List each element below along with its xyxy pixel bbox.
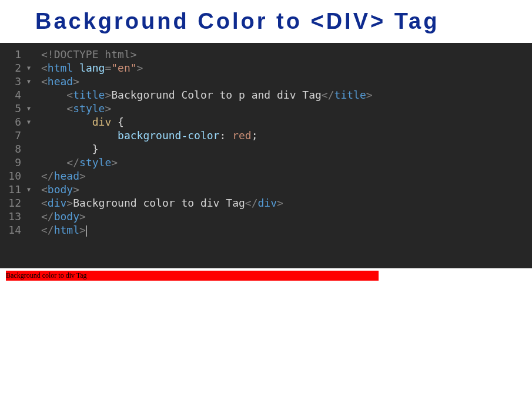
fold-marker[interactable]: ▼ [24, 183, 31, 196]
fold-marker[interactable]: ▼ [24, 102, 31, 115]
line-number: 5 [15, 102, 21, 115]
line-number: 1 [15, 48, 21, 61]
line-number: 3 [15, 75, 21, 88]
line-number: 7 [15, 129, 21, 142]
line-number: 6 [15, 115, 21, 129]
line-number: 9 [15, 156, 21, 169]
page-title: Background Color to <DIV> Tag [35, 9, 532, 34]
code-content[interactable]: <!DOCTYPE html> <html lang="en"> <head> … [35, 48, 532, 264]
line-number: 13 [8, 210, 21, 223]
line-number: 12 [8, 196, 21, 210]
line-number: 14 [8, 223, 21, 237]
preview-div-element: Background color to div Tag [6, 271, 379, 281]
line-number: 8 [15, 142, 21, 156]
fold-marker[interactable]: ▼ [24, 61, 31, 75]
text-cursor [86, 225, 87, 237]
line-number-gutter: 1 2▼ 3▼ 4 5▼ 6▼ 7 8 9 10 11▼ 12 13 14 [0, 48, 35, 264]
code-editor[interactable]: 1 2▼ 3▼ 4 5▼ 6▼ 7 8 9 10 11▼ 12 13 14 <!… [0, 43, 532, 268]
line-number: 10 [8, 169, 21, 183]
line-number: 4 [15, 88, 21, 102]
doctype-declaration: <!DOCTYPE html> [41, 48, 137, 60]
page-header: Background Color to <DIV> Tag [0, 0, 532, 43]
fold-marker[interactable]: ▼ [24, 115, 31, 129]
browser-preview: Background color to div Tag [0, 268, 532, 283]
line-number: 11 [8, 183, 21, 196]
fold-marker[interactable]: ▼ [24, 75, 31, 88]
line-number: 2 [15, 61, 21, 75]
